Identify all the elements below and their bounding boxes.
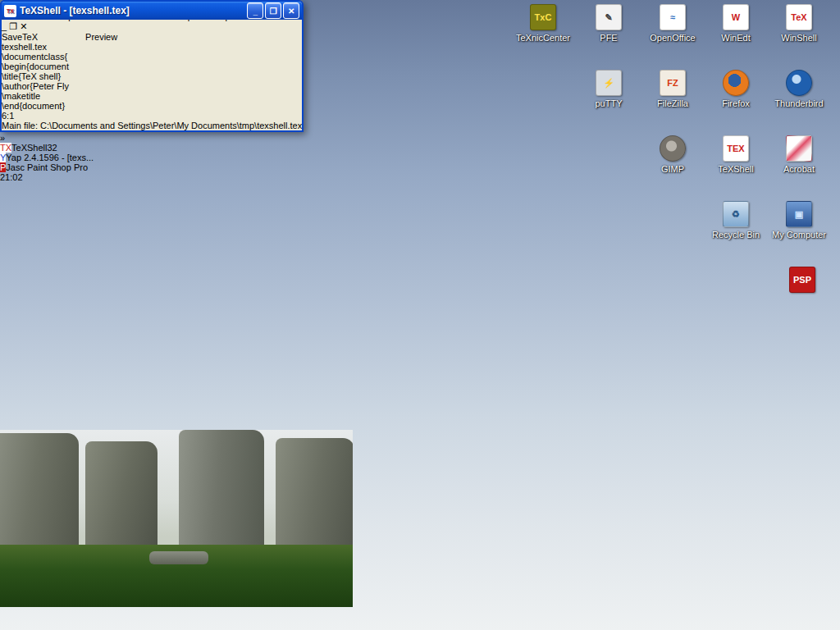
desktop-icon-texniccenter[interactable]: TxCTeXnicCenter [512, 4, 574, 43]
filezilla-icon: FZ [660, 70, 686, 96]
desktop-icon-putty[interactable]: ⚡puTTY [578, 70, 640, 108]
desktop-icon-label: TeXnicCenter [512, 33, 574, 43]
desktop-icon-label: My Computer [768, 230, 830, 240]
desktop-icon-winedt[interactable]: WWinEdt [705, 4, 767, 43]
desktop-icon-thunderbird[interactable]: Thunderbird [768, 70, 830, 108]
desktop-icon-label: WinEdt [705, 33, 767, 43]
desktop-icon-label: PFE [578, 33, 640, 43]
desktop-icon-acrobat[interactable]: Acrobat [768, 135, 830, 174]
thunderbird-icon [786, 70, 812, 96]
desktop-icon-recycle-bin[interactable]: ♻Recycle Bin [705, 201, 767, 240]
putty-icon: ⚡ [596, 70, 622, 96]
pfe-icon: ✎ [596, 4, 622, 30]
openoffice-icon: ≈ [660, 4, 686, 30]
desktop-icon-psp[interactable]: PSP [771, 267, 833, 293]
desktop-icon-label: TeXShell [705, 164, 767, 174]
desktop-icon-filezilla[interactable]: FZFileZilla [641, 70, 704, 108]
screen: TxCTeXnicCenter✎PFE≈OpenOfficeWWinEdtTeX… [0, 0, 840, 630]
recycle-bin-icon: ♻ [723, 201, 749, 227]
desktop-icons: TxCTeXnicCenter✎PFE≈OpenOfficeWWinEdtTeX… [0, 0, 840, 630]
acrobat-icon [786, 135, 812, 162]
desktop-icon-winshell[interactable]: TeXWinShell [768, 4, 830, 43]
firefox-icon [723, 70, 749, 96]
desktop-icon-label: Recycle Bin [705, 230, 767, 240]
winedt-icon: W [723, 4, 749, 30]
desktop-icon-label: FileZilla [641, 98, 704, 108]
desktop-icon-label: GIMP [641, 164, 704, 174]
desktop-icon-openoffice[interactable]: ≈OpenOffice [641, 4, 704, 43]
winshell-icon: TeX [786, 4, 812, 30]
desktop-icon-label: puTTY [578, 98, 640, 108]
desktop-icon-firefox[interactable]: Firefox [705, 70, 767, 108]
gimp-icon [660, 135, 686, 162]
psp-icon: PSP [789, 267, 815, 293]
desktop-icon-label: Acrobat [768, 164, 830, 174]
desktop-icon-my-computer[interactable]: ▣My Computer [768, 201, 830, 240]
desktop-icon-texshell[interactable]: TEXTeXShell [705, 135, 767, 174]
texniccenter-icon: TxC [530, 4, 556, 30]
texshell-icon: TEX [723, 135, 749, 162]
desktop-icon-pfe[interactable]: ✎PFE [578, 4, 640, 43]
desktop-icon-gimp[interactable]: GIMP [641, 135, 704, 174]
desktop-icon-label: OpenOffice [641, 33, 704, 43]
desktop-icon-label: Firefox [705, 98, 767, 108]
desktop-icon-label: Thunderbird [768, 98, 830, 108]
my-computer-icon: ▣ [786, 201, 812, 227]
desktop-icon-label: WinShell [768, 33, 830, 43]
